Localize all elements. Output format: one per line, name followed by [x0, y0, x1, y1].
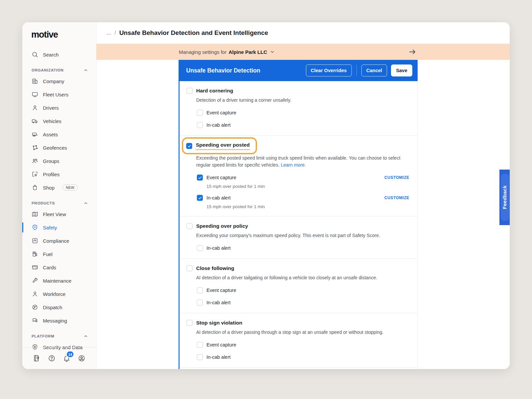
clear-overrides-button[interactable]: Clear Overrides: [306, 65, 352, 76]
wrench-icon: [32, 277, 38, 284]
option-label: In-cab alert: [206, 299, 231, 306]
logbook-button[interactable]: [33, 354, 41, 362]
sidebar-item-compliance[interactable]: Compliance: [22, 234, 96, 247]
setting-section-hard-cornering: Hard cornering Detection of a driver tur…: [180, 81, 417, 136]
setting-title: Close following: [196, 265, 234, 272]
dispatch-pin-icon: [32, 304, 38, 311]
sidebar-section-platform[interactable]: PLATFORM: [22, 331, 96, 340]
setting-description: Exceeding the posted speed limit using t…: [196, 155, 406, 169]
banner-company-selector[interactable]: Alpine Park LLC: [228, 49, 267, 55]
sidebar-item-cards[interactable]: Cards: [22, 261, 96, 274]
sidebar-item-search[interactable]: Search: [22, 48, 96, 61]
sidebar-item-workforce[interactable]: Workforce: [22, 287, 96, 301]
sidebar-item-label: Compliance: [43, 238, 69, 244]
sidebar-item-label: Vehicles: [43, 118, 62, 124]
breadcrumb: ... / Unsafe Behavior Detection and Even…: [96, 22, 510, 44]
stop-sign-violation-checkbox[interactable]: [187, 320, 193, 326]
account-button[interactable]: [78, 354, 85, 362]
setting-description: AI detection of a driver tailgating or f…: [196, 274, 406, 281]
close-following-in-cab-alert-checkbox[interactable]: [197, 300, 203, 306]
setting-section-speeding-over-posted: Speeding over posted Exceeding the poste…: [180, 136, 417, 216]
speeding-over-posted-checkbox[interactable]: [186, 143, 192, 149]
sidebar-item-shop[interactable]: Shop NEW: [22, 181, 96, 194]
monitor-icon: [32, 91, 38, 98]
sidebar-section-organization[interactable]: ORGANIZATION: [22, 65, 96, 74]
main-area: ... / Unsafe Behavior Detection and Even…: [96, 22, 510, 369]
sidebar-item-label: Fleet Users: [43, 92, 68, 97]
section-label: ORGANIZATION: [32, 68, 64, 72]
hard-cornering-checkbox[interactable]: [187, 88, 193, 94]
logbook-map-icon: [33, 354, 41, 362]
setting-title: Speeding over posted: [196, 142, 250, 150]
learn-more-link[interactable]: Learn more.: [281, 162, 306, 168]
option-label: Event capture: [206, 109, 236, 116]
setting-section-close-following: Close following AI detection of a driver…: [180, 259, 417, 313]
sidebar-item-label: Groups: [43, 158, 59, 164]
person-icon: [32, 291, 38, 297]
speeding-over-posted-in-cab-alert-checkbox[interactable]: [197, 195, 203, 201]
cancel-button[interactable]: Cancel: [361, 65, 387, 76]
help-button[interactable]: [48, 354, 56, 362]
people-icon: [32, 158, 38, 164]
sidebar-item-groups[interactable]: Groups: [22, 154, 96, 168]
polygon-icon: [32, 144, 38, 151]
sidebar-item-vehicles[interactable]: Vehicles: [22, 114, 96, 128]
sidebar-item-label: Maintenance: [43, 278, 71, 284]
sidebar-item-geofences[interactable]: Geofences: [22, 141, 96, 154]
sidebar-item-safety[interactable]: Safety: [22, 221, 96, 234]
setting-section-stop-sign-violation: Stop sign violation AI detection of a dr…: [180, 313, 417, 368]
speeding-over-policy-in-cab-alert-checkbox[interactable]: [197, 245, 203, 251]
banner-forward-button[interactable]: [408, 48, 417, 56]
close-following-event-capture-checkbox[interactable]: [197, 287, 203, 293]
customize-link[interactable]: CUSTOMIZE: [384, 196, 409, 200]
credit-card-icon: [32, 264, 38, 271]
sidebar-item-profiles[interactable]: Profiles: [22, 168, 96, 181]
customize-link[interactable]: CUSTOMIZE: [384, 175, 409, 180]
sidebar-item-label: Fuel: [43, 251, 53, 257]
feedback-tab[interactable]: Feedback: [499, 170, 510, 225]
option-label: Event capture: [206, 175, 236, 180]
sidebar: motive Search ORGANIZATION Company Fleet…: [22, 22, 96, 369]
save-button[interactable]: Save: [391, 65, 412, 76]
setting-description: Detection of a driver turning a corner u…: [196, 97, 406, 104]
sidebar-item-label: Shop: [43, 185, 55, 191]
stop-sign-violation-event-capture-checkbox[interactable]: [197, 342, 203, 348]
profile-card-gear-icon: [32, 171, 38, 178]
close-following-checkbox[interactable]: [187, 265, 193, 271]
arrow-right-icon: [408, 48, 416, 56]
speeding-over-posted-event-capture-checkbox[interactable]: [197, 175, 203, 181]
sidebar-item-assets[interactable]: Assets: [22, 128, 96, 141]
setting-title: Speeding over policy: [196, 223, 248, 229]
hard-cornering-event-capture-checkbox[interactable]: [197, 110, 203, 116]
section-label: PRODUCTS: [32, 201, 55, 205]
annotation-highlight-ring: Speeding over posted: [182, 137, 257, 154]
sidebar-item-label: Profiles: [43, 172, 60, 177]
stop-sign-violation-in-cab-alert-checkbox[interactable]: [197, 354, 203, 360]
chevron-down-icon[interactable]: [270, 49, 275, 55]
sidebar-item-dispatch[interactable]: Dispatch: [22, 301, 96, 314]
sidebar-item-fleet-users[interactable]: Fleet Users: [22, 88, 96, 101]
sidebar-item-messaging[interactable]: Messaging: [22, 314, 96, 327]
panel-body: Hard cornering Detection of a driver tur…: [179, 81, 418, 369]
notifications-button[interactable]: 14: [63, 354, 70, 362]
managing-settings-banner: Managing settings for Alpine Park LLC: [96, 44, 510, 60]
sidebar-item-maintenance[interactable]: Maintenance: [22, 274, 96, 287]
sidebar-item-label: Dispatch: [43, 305, 62, 310]
sidebar-item-drivers[interactable]: Drivers: [22, 101, 96, 114]
breadcrumb-collapsed[interactable]: ...: [106, 30, 111, 36]
sidebar-item-fleet-view[interactable]: Fleet View: [22, 207, 96, 221]
sidebar-item-fuel[interactable]: Fuel: [22, 247, 96, 261]
shopping-bag-icon: [32, 184, 38, 191]
sidebar-footer: 14: [22, 347, 96, 369]
chat-icon: [32, 317, 38, 324]
chart-square-icon: [32, 237, 38, 244]
sidebar-item-label: Assets: [43, 132, 58, 137]
account-icon: [78, 354, 85, 362]
sidebar-item-company[interactable]: Company: [22, 74, 96, 88]
sidebar-section-products[interactable]: PRODUCTS: [22, 198, 96, 207]
speeding-over-policy-checkbox[interactable]: [187, 223, 193, 229]
hard-cornering-in-cab-alert-checkbox[interactable]: [197, 122, 203, 128]
option-label: In-cab alert: [206, 195, 231, 200]
panel-title: Unsafe Behavior Detection: [186, 67, 306, 74]
unsafe-behavior-detection-panel: Unsafe Behavior Detection Clear Override…: [179, 60, 418, 369]
